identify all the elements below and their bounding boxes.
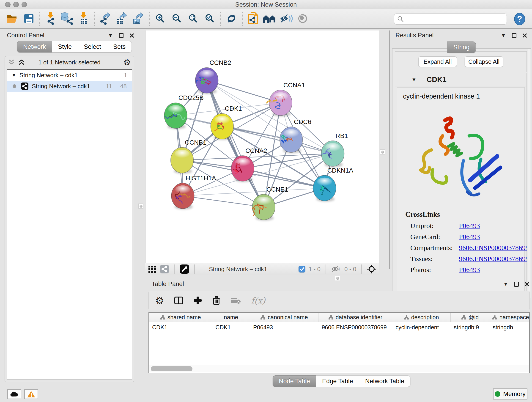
fit-selected-crosshair-icon[interactable]: [367, 264, 376, 274]
zoom-fit-icon: [188, 14, 198, 24]
view-network-icon[interactable]: [160, 264, 169, 274]
warnings-button[interactable]: [24, 389, 38, 399]
export-network-button[interactable]: [97, 12, 114, 27]
export-table-button[interactable]: [114, 12, 130, 27]
delete-table-icon[interactable]: [230, 297, 241, 304]
collapse-panel-icon[interactable]: ▼: [108, 33, 113, 38]
tab-network-table[interactable]: Network Table: [359, 375, 411, 387]
table-cell[interactable]: cyclin-dependent ...: [392, 322, 450, 332]
network-canvas[interactable]: CCNB2CCNA1CDC25BCDK1CDC6RB1CCNB1CCNA2CDK…: [145, 31, 379, 263]
delete-column-icon[interactable]: [212, 296, 220, 305]
import-table-button[interactable]: [75, 12, 92, 27]
network-edge[interactable]: [207, 80, 264, 207]
table-cell[interactable]: CDK1: [212, 322, 250, 332]
node-HIST1H1A[interactable]: [171, 183, 194, 210]
table-row[interactable]: CDK1CDK1P064939606.ENSP00000378699cyclin…: [149, 322, 529, 332]
table-cell[interactable]: stringdb:9...: [451, 322, 490, 332]
birdseye-view-icon[interactable]: [180, 264, 189, 274]
node-CCNA2[interactable]: [231, 156, 254, 182]
hide-selected-button[interactable]: [278, 12, 294, 27]
zoom-in-button[interactable]: [152, 12, 168, 27]
collection-expander-icon[interactable]: ▼: [12, 73, 16, 78]
network-options-gear-icon[interactable]: ⚙: [123, 57, 131, 67]
scrollbar-thumb[interactable]: [151, 366, 192, 371]
export-image-button[interactable]: [130, 12, 147, 27]
column-header-name[interactable]: name: [212, 313, 250, 322]
table-cell[interactable]: stringdb: [489, 322, 529, 332]
zoom-selected-button[interactable]: [201, 12, 218, 27]
tab-network[interactable]: Network: [17, 41, 52, 52]
zoom-fit-button[interactable]: [185, 12, 201, 27]
right-splitter-handle[interactable]: [380, 149, 385, 154]
homology-button[interactable]: [261, 12, 278, 27]
network-row[interactable]: String Network – cdk1 11 48: [7, 81, 132, 92]
tab-node-table[interactable]: Node Table: [273, 375, 316, 387]
zoom-out-button[interactable]: [168, 12, 185, 27]
add-column-icon[interactable]: [193, 296, 202, 305]
close-panel-icon[interactable]: [129, 33, 134, 38]
network-edge[interactable]: [183, 196, 264, 207]
node-CDC6[interactable]: [280, 127, 303, 153]
tab-string[interactable]: String: [447, 41, 476, 53]
string-app-button[interactable]: [245, 12, 261, 27]
column-header-description[interactable]: description: [392, 313, 450, 322]
column-header--id[interactable]: @id: [451, 313, 490, 322]
node-CCNE1[interactable]: [252, 194, 275, 221]
close-panel-icon[interactable]: [522, 33, 527, 38]
float-panel-icon[interactable]: [512, 33, 516, 38]
results-scrollbar[interactable]: [527, 49, 530, 298]
float-panel-icon[interactable]: [514, 282, 519, 287]
view-grid-icon[interactable]: [148, 265, 157, 274]
open-file-button[interactable]: [4, 12, 21, 27]
column-header-shared-name[interactable]: shared name: [149, 313, 212, 322]
collapse-all-button[interactable]: Collapse All: [465, 56, 503, 67]
collapse-panel-icon[interactable]: ▼: [501, 33, 506, 38]
tab-style[interactable]: Style: [52, 41, 78, 52]
hidden-eye-icon[interactable]: [331, 265, 341, 273]
collapse-panel-icon[interactable]: ▼: [503, 282, 508, 287]
node-CDKN1A[interactable]: [313, 175, 336, 202]
table-horizontal-scrollbar[interactable]: [149, 365, 529, 372]
help-button[interactable]: ?: [514, 13, 526, 26]
current-network-title: String Network – cdk1: [209, 266, 267, 273]
network-edge[interactable]: [243, 168, 324, 188]
float-panel-icon[interactable]: [119, 33, 123, 38]
show-columns-icon[interactable]: [174, 296, 183, 305]
selected-checkbox-icon[interactable]: [298, 266, 305, 273]
import-network-button[interactable]: [42, 12, 59, 27]
crosslink-link[interactable]: 9606.ENSP00000378699: [459, 244, 529, 252]
table-settings-icon[interactable]: ⚙: [155, 295, 164, 306]
node-CCNA1[interactable]: [267, 90, 292, 116]
column-header-namespace[interactable]: namespace: [489, 313, 529, 322]
table-cell[interactable]: P06493: [250, 322, 318, 332]
crosslink-link[interactable]: P06493: [459, 266, 480, 274]
crosslink-link[interactable]: P06493: [459, 222, 480, 230]
save-session-button[interactable]: [21, 12, 37, 27]
network-collection-row[interactable]: ▼ String Network – cdk1 1: [7, 70, 132, 81]
column-header-database-identifier[interactable]: database identifier: [318, 313, 392, 322]
node-RB1[interactable]: [321, 141, 344, 167]
node-CDK1[interactable]: [210, 114, 234, 140]
table-cell[interactable]: CDK1: [149, 322, 212, 332]
close-panel-icon[interactable]: [525, 282, 529, 287]
node-CDC25B[interactable]: [164, 103, 187, 129]
tab-sets[interactable]: Sets: [107, 41, 132, 52]
section-expander-icon[interactable]: ▼: [412, 77, 417, 83]
function-builder-icon[interactable]: f(x): [251, 296, 265, 305]
tab-select[interactable]: Select: [78, 41, 107, 52]
cloud-sync-button[interactable]: [7, 389, 21, 399]
crosslink-link[interactable]: P06493: [459, 233, 480, 241]
left-splitter-handle[interactable]: [138, 204, 143, 209]
node-CCNB1[interactable]: [171, 147, 194, 174]
import-database-button[interactable]: [59, 12, 75, 27]
column-header-canonical-name[interactable]: canonical name: [250, 313, 318, 322]
refresh-button[interactable]: [223, 12, 240, 27]
show-all-button[interactable]: [294, 12, 311, 27]
node-label: RB1: [336, 132, 348, 139]
tab-edge-table[interactable]: Edge Table: [316, 375, 359, 387]
table-cell[interactable]: 9606.ENSP00000378699: [318, 322, 392, 332]
expand-all-button[interactable]: Expand All: [418, 56, 457, 67]
crosslink-link[interactable]: 9606.ENSP00000378699: [459, 255, 529, 263]
search-input[interactable]: [404, 14, 507, 24]
memory-button[interactable]: Memory: [493, 389, 527, 400]
